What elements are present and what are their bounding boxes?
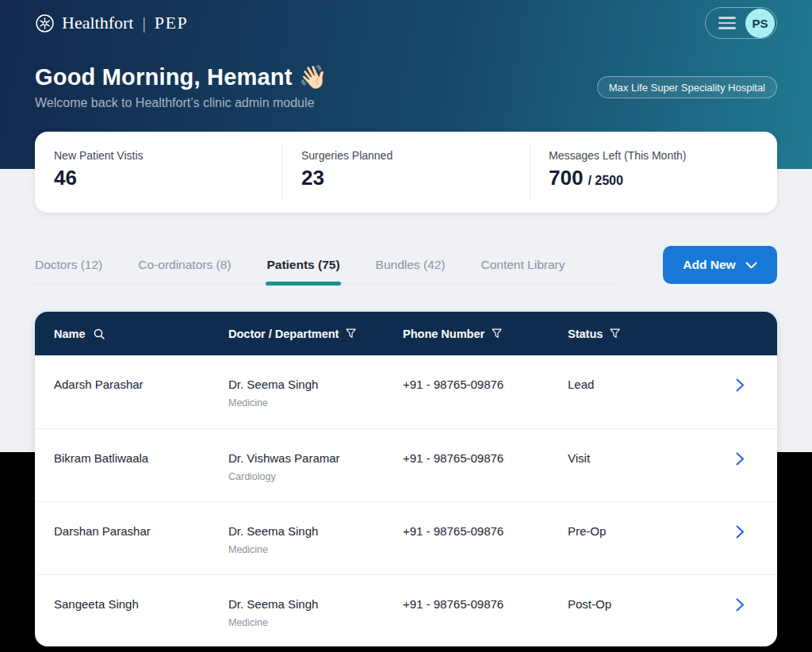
- status-label: Visit: [568, 451, 736, 465]
- flower-emblem-icon: [35, 13, 55, 33]
- column-header-doctor: Doctor / Department: [228, 328, 403, 340]
- product-name: PEP: [155, 13, 188, 33]
- filter-icon[interactable]: [610, 328, 620, 339]
- chevron-right-icon[interactable]: [736, 525, 764, 539]
- department: Medicine: [228, 544, 403, 555]
- tab-coordinators[interactable]: Co-ordinators (8): [138, 246, 231, 283]
- department: Medicine: [228, 617, 403, 628]
- user-menu-pill: PS: [705, 7, 777, 39]
- stat-label: Surgeries Planned: [301, 149, 530, 162]
- phone-number: +91 - 98765-09876: [403, 451, 568, 465]
- page-subtitle: Welcome back to Healthfort’s clinic admi…: [35, 96, 314, 110]
- table-row[interactable]: Darshan Parashar Dr. Seema Singh Medicin…: [35, 501, 777, 574]
- patient-name: Bikram Batliwaala: [54, 451, 228, 465]
- table-row[interactable]: Sangeeta Singh Dr. Seema Singh Medicine …: [35, 574, 777, 646]
- filter-icon[interactable]: [492, 328, 502, 339]
- column-header-phone: Phone Number: [403, 328, 568, 340]
- stat-value: 23: [301, 166, 530, 190]
- stat-value: 700/ 2500: [549, 166, 777, 190]
- chevron-right-icon[interactable]: [736, 598, 764, 612]
- patient-name: Darshan Parashar: [54, 524, 228, 538]
- stat-new-patient-visits: New Patient Vistis 46: [35, 132, 282, 213]
- search-icon[interactable]: [93, 328, 105, 340]
- top-bar: Healthfort | PEP PS: [35, 0, 777, 46]
- stats-card: New Patient Vistis 46 Surgeries Planned …: [35, 132, 777, 213]
- stat-label: Messages Left (This Month): [549, 149, 777, 162]
- status-label: Pre-Op: [568, 524, 736, 538]
- filter-icon[interactable]: [346, 328, 356, 339]
- table-row[interactable]: Bikram Batliwaala Dr. Vishwas Paramar Ca…: [35, 428, 777, 501]
- phone-number: +91 - 98765-09876: [403, 378, 568, 391]
- column-label: Name: [54, 328, 86, 340]
- department: Medicine: [228, 397, 403, 408]
- patient-name: Adarsh Parashar: [54, 378, 228, 391]
- tab-bar: Doctors (12) Co-ordinators (8) Patients …: [35, 246, 616, 284]
- stat-messages-left: Messages Left (This Month) 700/ 2500: [530, 132, 777, 213]
- status-label: Lead: [568, 378, 736, 391]
- brand-name: Healthfort: [62, 13, 133, 33]
- stat-surgeries-planned: Surgeries Planned 23: [282, 132, 530, 213]
- page-title: Good Morning, Hemant 👋🏻: [35, 63, 327, 90]
- doctor-name: Dr. Seema Singh: [228, 597, 403, 611]
- doctor-name: Dr. Seema Singh: [228, 524, 403, 538]
- tab-content-library[interactable]: Content Library: [481, 246, 565, 283]
- brand-logo: Healthfort | PEP: [35, 13, 188, 33]
- phone-number: +91 - 98765-09876: [403, 597, 568, 611]
- column-header-status: Status: [568, 328, 736, 340]
- stat-total: / 2500: [588, 174, 622, 187]
- chevron-down-icon: [745, 262, 757, 269]
- chevron-right-icon[interactable]: [736, 378, 764, 392]
- patient-name: Sangeeta Singh: [54, 597, 228, 611]
- hospital-badge: Max Life Super Speciality Hospital: [597, 76, 777, 98]
- clinic-admin-dashboard: Healthfort | PEP PS Good Morning, Hemant…: [0, 0, 812, 652]
- table-header-row: Name Doctor / Department Phone Number: [35, 312, 777, 355]
- department: Cardiology: [228, 471, 403, 482]
- status-label: Post-Op: [568, 597, 736, 611]
- tab-bundles[interactable]: Bundles (42): [376, 246, 446, 283]
- column-header-name: Name: [54, 328, 228, 340]
- add-new-label: Add New: [683, 258, 735, 272]
- column-label: Status: [568, 328, 603, 340]
- column-label: Phone Number: [403, 328, 485, 340]
- table-row[interactable]: Adarsh Parashar Dr. Seema Singh Medicine…: [35, 355, 777, 428]
- stat-label: New Patient Vistis: [54, 149, 282, 162]
- patients-table: Name Doctor / Department Phone Number: [35, 312, 777, 646]
- add-new-button[interactable]: Add New: [663, 246, 777, 284]
- phone-number: +91 - 98765-09876: [403, 524, 568, 538]
- hamburger-menu-icon[interactable]: [718, 17, 736, 29]
- doctor-name: Dr. Vishwas Paramar: [228, 451, 403, 465]
- chevron-right-icon[interactable]: [736, 452, 764, 466]
- avatar[interactable]: PS: [745, 9, 775, 38]
- column-label: Doctor / Department: [228, 328, 339, 340]
- stat-value: 46: [54, 166, 282, 190]
- tab-patients[interactable]: Patients (75): [266, 246, 339, 283]
- tab-doctors[interactable]: Doctors (12): [35, 246, 102, 283]
- brand-separator: |: [140, 13, 147, 33]
- doctor-name: Dr. Seema Singh: [228, 378, 403, 391]
